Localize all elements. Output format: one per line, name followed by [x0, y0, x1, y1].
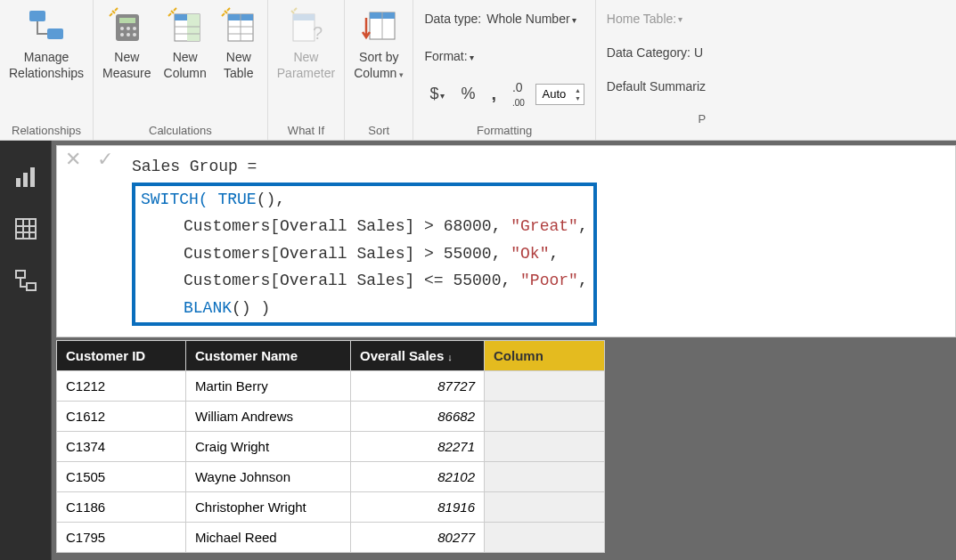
svg-point-9 [133, 33, 136, 37]
svg-point-4 [120, 27, 124, 30]
table-row[interactable]: C1212Martin Berry87727 [57, 370, 605, 401]
formatting-symbols: $ % , .0.00 ▲▼ [424, 81, 584, 108]
group-relationships: Manage Relationships Relationships [0, 0, 94, 140]
spin-down[interactable]: ▼ [572, 94, 584, 102]
col-header-id[interactable]: Customer ID [57, 340, 186, 370]
spin-up[interactable]: ▲ [572, 86, 584, 94]
default-summarization-selector[interactable]: Default Summariz [607, 73, 706, 100]
formula-cancel-button[interactable]: ✕ [57, 146, 89, 173]
cell-id[interactable]: C1374 [57, 431, 186, 461]
svg-point-7 [120, 33, 124, 37]
cell-name[interactable]: Craig Wright [186, 431, 351, 461]
str-great: "Great" [511, 217, 578, 235]
svg-point-5 [127, 27, 130, 30]
percent-button[interactable]: % [455, 85, 480, 103]
decimals-spinner[interactable]: ▲▼ [535, 84, 584, 105]
cell-column[interactable] [485, 491, 605, 522]
cond-2: Customers[Overall Sales] > 55000, [184, 245, 511, 263]
home-table-selector[interactable]: Home Table: [607, 5, 706, 32]
table-row[interactable]: C1374Craig Wright82271 [57, 431, 605, 461]
svg-point-6 [133, 27, 136, 30]
cell-sales[interactable]: 80277 [351, 522, 485, 552]
svg-rect-29 [16, 219, 36, 239]
formula-editor[interactable]: Sales Group = SWITCH( TRUE(), Customers[… [121, 146, 955, 337]
cell-id[interactable]: C1612 [57, 401, 186, 431]
str-ok: "Ok" [511, 245, 549, 263]
cell-name[interactable]: William Andrews [186, 401, 351, 431]
format-label: Format: [424, 49, 473, 63]
cell-id[interactable]: C1505 [57, 461, 186, 491]
svg-rect-35 [27, 283, 36, 290]
cell-sales[interactable]: 81916 [351, 491, 485, 522]
formula-highlight-box: SWITCH( TRUE(), Customers[Overall Sales]… [132, 183, 597, 326]
cell-sales[interactable]: 82102 [351, 461, 485, 491]
table-row[interactable]: C1186Christopher Wright81916 [57, 491, 605, 522]
group-calculations: New Measure New Column New Table Calcula… [94, 0, 268, 140]
datatype-label: Data type: [424, 12, 481, 26]
sort-by-column-label: Sort by Column [354, 50, 404, 81]
group-properties: Home Table: Data Category: U Default Sum… [596, 0, 716, 140]
parameter-icon: ? [286, 5, 325, 45]
new-measure-label: New Measure [102, 50, 151, 81]
cell-name[interactable]: Christopher Wright [186, 491, 351, 522]
cell-name[interactable]: Martin Berry [186, 370, 351, 401]
data-view-button[interactable] [0, 203, 52, 255]
new-table-label: New Table [224, 50, 253, 81]
group-formatting: Data type: Whole Number Format: $ % , .0… [413, 0, 595, 140]
col-header-name[interactable]: Customer Name [186, 340, 351, 370]
report-view-button[interactable] [0, 151, 52, 203]
cell-id[interactable]: C1186 [57, 491, 186, 522]
cell-name[interactable]: Michael Reed [186, 522, 351, 552]
table-row[interactable]: C1795Michael Reed80277 [57, 522, 605, 552]
group-label-formatting: Formatting [424, 124, 584, 137]
new-table-button[interactable]: New Table [219, 5, 258, 81]
sort-by-column-button[interactable]: Sort by Column [354, 5, 404, 81]
new-measure-button[interactable]: New Measure [102, 5, 151, 81]
cell-id[interactable]: C1795 [57, 522, 186, 552]
cell-sales[interactable]: 87727 [351, 370, 485, 401]
view-sidebar [0, 141, 52, 560]
manage-relationships-button[interactable]: Manage Relationships [9, 5, 84, 81]
currency-button[interactable]: $ [424, 85, 450, 103]
svg-rect-0 [29, 11, 45, 21]
kw-switch: SWITCH( [141, 191, 208, 208]
cell-column[interactable] [485, 522, 605, 552]
data-category-selector[interactable]: Data Category: U [607, 39, 706, 66]
svg-rect-28 [30, 167, 35, 187]
measure-icon [107, 5, 146, 45]
decimals-input[interactable] [536, 87, 572, 101]
svg-point-8 [127, 33, 130, 37]
cond-3: Customers[Overall Sales] <= 55000, [184, 272, 520, 289]
true-paren: (), [257, 191, 285, 208]
cell-column[interactable] [485, 431, 605, 461]
table-row[interactable]: C1612William Andrews86682 [57, 401, 605, 431]
cell-column[interactable] [485, 401, 605, 431]
formula-commit-button[interactable]: ✓ [89, 146, 121, 173]
svg-rect-27 [23, 173, 28, 187]
svg-rect-34 [16, 271, 25, 278]
comma-1: , [578, 217, 588, 235]
thousands-button[interactable]: , [486, 84, 502, 104]
svg-text:?: ? [313, 23, 323, 43]
group-sort: Sort by Column Sort [345, 0, 413, 140]
cell-column[interactable] [485, 370, 605, 401]
kw-true: TRUE [208, 191, 257, 208]
datatype-selector[interactable]: Data type: Whole Number [424, 5, 584, 32]
content-area: ✕ ✓ Sales Group = SWITCH( TRUE(), Custom… [0, 141, 956, 560]
manage-relationships-label: Manage Relationships [9, 50, 84, 81]
new-column-button[interactable]: New Column [164, 5, 207, 81]
column-icon [166, 5, 205, 45]
ribbon: Manage Relationships Relationships New M… [0, 0, 956, 141]
customers-table[interactable]: Customer ID Customer Name Overall Sales↓… [56, 340, 605, 553]
col-header-column[interactable]: Column [485, 340, 605, 370]
cell-id[interactable]: C1212 [57, 370, 186, 401]
cell-name[interactable]: Wayne Johnson [186, 461, 351, 491]
cell-column[interactable] [485, 461, 605, 491]
cell-sales[interactable]: 82271 [351, 431, 485, 461]
cell-sales[interactable]: 86682 [351, 401, 485, 431]
datatype-value: Whole Number [486, 12, 576, 26]
col-header-sales[interactable]: Overall Sales↓ [351, 340, 485, 370]
table-row[interactable]: C1505Wayne Johnson82102 [57, 461, 605, 491]
format-selector[interactable]: Format: [424, 43, 584, 69]
model-view-button[interactable] [0, 255, 52, 306]
